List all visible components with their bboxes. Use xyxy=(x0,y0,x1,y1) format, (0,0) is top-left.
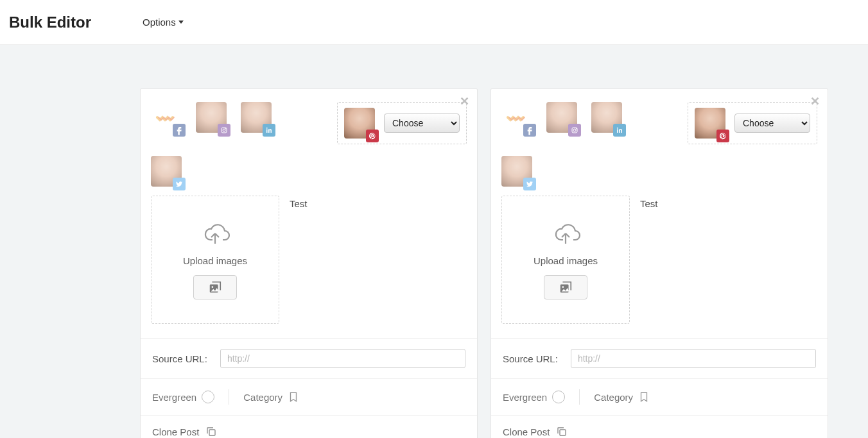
pinterest-icon xyxy=(716,130,729,142)
linkedin-icon xyxy=(263,124,275,137)
separator xyxy=(229,389,229,405)
upload-label: Upload images xyxy=(183,255,247,266)
evergreen-label: Evergreen xyxy=(152,392,196,403)
image-picker-button[interactable] xyxy=(193,275,237,299)
evergreen-toggle[interactable]: Evergreen xyxy=(503,391,565,403)
close-icon[interactable]: ✕ xyxy=(460,96,469,107)
toggle-circle-icon xyxy=(552,391,565,403)
instagram-icon xyxy=(218,124,230,137)
close-icon[interactable]: ✕ xyxy=(810,96,820,107)
bookmark-icon xyxy=(638,391,650,403)
upload-dropzone[interactable]: Upload images xyxy=(501,196,630,324)
post-content-text[interactable]: Test xyxy=(279,196,308,324)
facebook-icon xyxy=(523,124,536,137)
separator xyxy=(579,389,580,405)
source-url-row: Source URL: xyxy=(141,339,477,379)
category-label: Category xyxy=(243,392,282,403)
gallery-icon xyxy=(208,280,222,294)
meta-row: Evergreen Category xyxy=(491,379,828,416)
profile-avatar[interactable] xyxy=(344,108,375,139)
profile-avatar[interactable] xyxy=(501,156,532,187)
evergreen-toggle[interactable]: Evergreen xyxy=(152,391,214,403)
source-url-label: Source URL: xyxy=(503,353,558,364)
bookmark-icon xyxy=(288,391,299,403)
twitter-icon xyxy=(523,178,536,190)
pinterest-board-chooser: Choose xyxy=(337,102,467,144)
page-title: Bulk Editor xyxy=(9,13,91,31)
category-picker[interactable]: Category xyxy=(243,391,299,403)
meta-row: Evergreen Category xyxy=(141,379,477,416)
gallery-icon xyxy=(559,280,573,294)
facebook-icon xyxy=(173,124,186,137)
evergreen-label: Evergreen xyxy=(503,392,547,403)
linkedin-icon xyxy=(613,124,626,137)
clone-post-button[interactable]: Clone Post xyxy=(141,416,477,438)
post-card: ✕ xyxy=(490,88,828,438)
clone-label: Clone Post xyxy=(152,426,199,437)
profile-avatar[interactable] xyxy=(241,102,272,133)
cloud-upload-icon xyxy=(550,221,581,246)
profile-avatar[interactable] xyxy=(151,156,182,187)
options-dropdown[interactable]: Options xyxy=(143,17,184,28)
source-url-row: Source URL: xyxy=(491,339,828,379)
profiles-row: Choose xyxy=(491,89,828,187)
options-label: Options xyxy=(143,17,176,28)
category-label: Category xyxy=(594,392,633,403)
caret-down-icon xyxy=(178,21,184,24)
clone-label: Clone Post xyxy=(503,426,550,437)
source-url-label: Source URL: xyxy=(152,353,207,364)
queue-profile-icon[interactable] xyxy=(501,102,532,133)
post-content-text[interactable]: Test xyxy=(630,196,658,324)
cloud-upload-icon xyxy=(200,221,230,246)
copy-icon xyxy=(556,426,568,437)
pinterest-board-chooser: Choose xyxy=(688,102,817,144)
board-select[interactable]: Choose xyxy=(384,114,460,133)
profile-avatar[interactable] xyxy=(196,102,227,133)
upload-label: Upload images xyxy=(534,255,598,266)
pinterest-icon xyxy=(366,130,379,142)
clone-post-button[interactable]: Clone Post xyxy=(491,416,828,438)
profile-avatar[interactable] xyxy=(546,102,577,133)
topbar: Bulk Editor Options xyxy=(0,0,868,45)
workspace: ✕ xyxy=(0,45,868,438)
copy-icon xyxy=(205,426,217,437)
twitter-icon xyxy=(173,178,186,190)
source-url-input[interactable] xyxy=(220,349,465,368)
upload-dropzone[interactable]: Upload images xyxy=(151,196,279,324)
profile-avatar[interactable] xyxy=(695,108,725,139)
image-picker-button[interactable] xyxy=(544,275,587,299)
board-select[interactable]: Choose xyxy=(734,114,810,133)
category-picker[interactable]: Category xyxy=(594,391,650,403)
instagram-icon xyxy=(568,124,581,137)
profile-avatar[interactable] xyxy=(591,102,622,133)
source-url-input[interactable] xyxy=(571,349,816,368)
queue-profile-icon[interactable] xyxy=(151,102,182,133)
profiles-row: Choose xyxy=(141,89,477,187)
post-card: ✕ xyxy=(140,88,478,438)
toggle-circle-icon xyxy=(202,391,214,403)
